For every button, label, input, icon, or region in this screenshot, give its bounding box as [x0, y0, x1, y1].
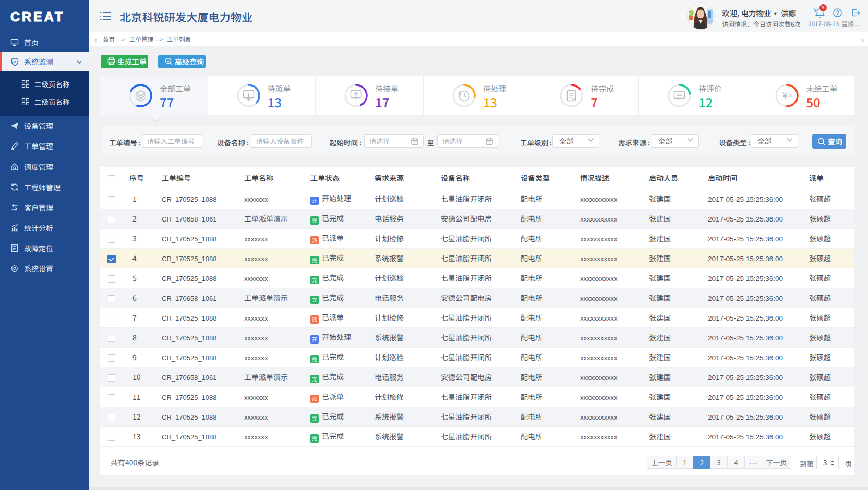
svg-text:¥: ¥ — [783, 88, 788, 101]
svg-text:×: × — [789, 92, 793, 100]
svg-text:?: ? — [836, 10, 839, 16]
